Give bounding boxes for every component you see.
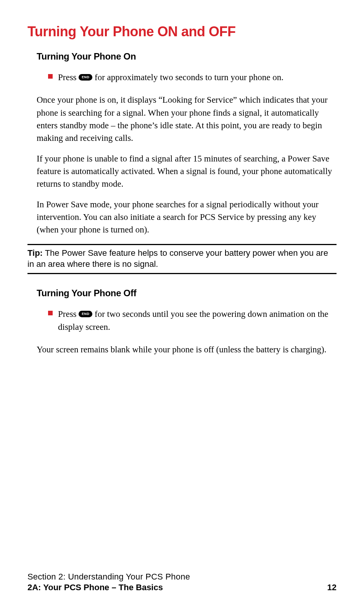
bullet-text-on: Press END for approximately two seconds … bbox=[58, 71, 283, 84]
paragraph: If your phone is unable to find a signal… bbox=[37, 152, 337, 190]
bullet-item-off: Press END for two seconds until you see … bbox=[48, 308, 337, 333]
footer-subsection-label: 2A: Your PCS Phone – The Basics bbox=[27, 583, 163, 592]
bullet-post-text: for two seconds until you see the poweri… bbox=[58, 309, 329, 331]
document-page: Turning Your Phone ON and OFF Turning Yo… bbox=[0, 0, 364, 607]
page-number: 12 bbox=[327, 583, 337, 592]
tip-callout: Tip: The Power Save feature helps to con… bbox=[27, 244, 337, 274]
page-title: Turning Your Phone ON and OFF bbox=[27, 24, 337, 40]
bullet-pre-text: Press bbox=[58, 73, 79, 82]
paragraph: In Power Save mode, your phone searches … bbox=[37, 198, 337, 236]
bullet-item-on: Press END for approximately two seconds … bbox=[48, 71, 337, 84]
subheading-on: Turning Your Phone On bbox=[37, 51, 337, 62]
bullet-post-text: for approximately two seconds to turn yo… bbox=[95, 73, 283, 82]
paragraph: Once your phone is on, it displays “Look… bbox=[37, 94, 337, 144]
end-key-icon: END bbox=[79, 311, 92, 317]
bullet-pre-text: Press bbox=[58, 309, 79, 319]
tip-text: The Power Save feature helps to conserve… bbox=[27, 248, 328, 269]
bullet-text-off: Press END for two seconds until you see … bbox=[58, 308, 337, 333]
end-key-icon: END bbox=[79, 74, 92, 81]
tip-label: Tip: bbox=[27, 248, 43, 258]
subheading-off: Turning Your Phone Off bbox=[37, 288, 337, 299]
bullet-icon bbox=[48, 311, 53, 315]
paragraph: Your screen remains blank while your pho… bbox=[37, 343, 337, 356]
bullet-icon bbox=[48, 74, 53, 79]
page-footer: Section 2: Understanding Your PCS Phone … bbox=[27, 572, 337, 592]
footer-section-label: Section 2: Understanding Your PCS Phone bbox=[27, 572, 337, 582]
